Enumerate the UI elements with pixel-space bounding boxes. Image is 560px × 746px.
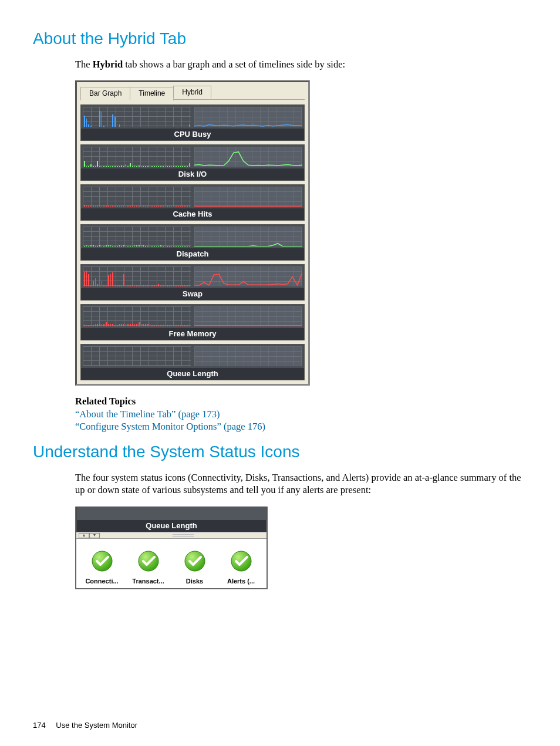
metric-label: Disk I/O xyxy=(81,168,304,180)
metric-label: Queue Length xyxy=(81,368,304,380)
status-icon-connecti[interactable]: Connecti... xyxy=(82,549,123,585)
chapter-title: Use the System Monitor xyxy=(56,721,137,730)
metric-disk-i-o: Disk I/O xyxy=(80,144,305,181)
status-icon-alerts[interactable]: Alerts (... xyxy=(221,549,262,585)
expand-down-icon[interactable]: ▼ xyxy=(89,533,100,538)
metric-label: Dispatch xyxy=(81,248,304,260)
status-icon-label: Connecti... xyxy=(85,578,118,585)
status-icon-disks[interactable]: Disks xyxy=(174,549,215,585)
tab-timeline[interactable]: Timeline xyxy=(130,87,174,100)
svg-point-2 xyxy=(185,551,205,571)
status-icon-label: Disks xyxy=(186,578,203,585)
tab-hybrid[interactable]: Hybrid xyxy=(173,86,211,99)
text: The xyxy=(75,59,93,70)
page-footer: 174 Use the System Monitor xyxy=(33,721,137,730)
queue-length-label: Queue Length xyxy=(77,520,266,532)
metric-label: Free Memory xyxy=(81,328,304,340)
queue-length-graph-strip xyxy=(77,507,266,520)
check-ok-icon xyxy=(137,549,160,573)
check-ok-icon xyxy=(90,549,114,573)
svg-point-3 xyxy=(231,551,251,571)
section-heading-hybrid: About the Hybrid Tab xyxy=(33,29,532,48)
tab-strip: Bar Graph Timeline Hybrid xyxy=(77,82,308,99)
link-configure-system-monitor[interactable]: “Configure System Monitor Options” (page… xyxy=(75,421,265,432)
splitter-bar[interactable]: ▲ ▼ xyxy=(76,532,266,539)
metric-label: Cache Hits xyxy=(81,208,304,220)
link-about-timeline-tab[interactable]: “About the Timeline Tab” (page 173) xyxy=(75,409,220,420)
metric-cpu-busy: CPU Busy xyxy=(80,104,305,141)
related-topics-heading: Related Topics xyxy=(75,395,532,408)
metric-queue-length: Queue Length xyxy=(80,344,305,380)
svg-point-0 xyxy=(92,551,112,571)
metric-dispatch: Dispatch xyxy=(80,224,305,261)
check-ok-icon xyxy=(230,549,253,573)
metric-label: CPU Busy xyxy=(81,129,304,140)
tab-bar-graph[interactable]: Bar Graph xyxy=(80,87,130,100)
svg-point-1 xyxy=(139,551,158,571)
collapse-up-icon[interactable]: ▲ xyxy=(79,533,89,538)
status-icons-panel: Queue Length ▲ ▼ Connecti...Transact...D… xyxy=(75,507,268,589)
status-icon-label: Transact... xyxy=(132,578,164,585)
text: tab shows a bar graph and a set of timel… xyxy=(123,59,345,70)
status-icon-label: Alerts (... xyxy=(227,578,255,585)
status-icons-paragraph: The four system status icons (Connectivi… xyxy=(75,471,532,497)
metric-free-memory: Free Memory xyxy=(80,304,305,340)
metric-label: Swap xyxy=(81,288,304,300)
status-icon-transact[interactable]: Transact... xyxy=(128,549,169,585)
section-heading-status-icons: Understand the System Status Icons xyxy=(33,443,532,461)
metric-swap: Swap xyxy=(80,264,305,301)
check-ok-icon xyxy=(183,549,207,573)
hybrid-tab-panel: Bar Graph Timeline Hybrid CPU BusyDisk I… xyxy=(75,80,310,386)
page-number: 174 xyxy=(33,721,46,730)
emphasis: Hybrid xyxy=(93,59,123,70)
intro-paragraph: The Hybrid tab shows a bar graph and a s… xyxy=(75,58,532,71)
metric-cache-hits: Cache Hits xyxy=(80,184,305,221)
